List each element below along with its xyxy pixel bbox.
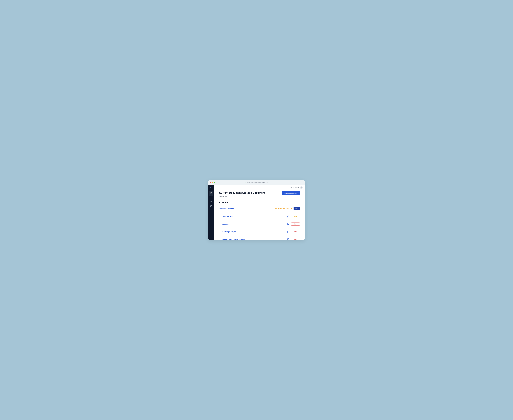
app-body: Forms Team Access [208, 185, 305, 240]
comment-icon[interactable] [287, 231, 290, 233]
team-icon [210, 199, 212, 201]
calendar-icon [210, 205, 212, 207]
sidebar-item-team[interactable]: Team [209, 198, 213, 202]
svg-point-2 [212, 187, 212, 188]
sidebar-item-forms[interactable]: Forms [209, 191, 213, 196]
status-start-button[interactable]: Start [291, 238, 300, 240]
svg-point-4 [211, 199, 211, 200]
content: Current Document Storage Document Downlo… [214, 190, 305, 240]
minimize-window-button[interactable] [212, 182, 213, 183]
download-ds-button[interactable]: Download DS Document [282, 191, 300, 195]
svg-point-3 [212, 188, 212, 188]
sidebar-item-label: Forms [210, 195, 212, 195]
svg-point-5 [211, 199, 212, 199]
traffic-lights [210, 182, 215, 183]
dashboard-link[interactable]: User Dashboard [289, 187, 299, 188]
form-row-right: Start [287, 230, 300, 233]
lock-icon [245, 182, 246, 183]
status-start-button[interactable]: Start [291, 223, 300, 225]
status-edited-button[interactable]: Edited [291, 215, 300, 218]
sidebar-item-access[interactable]: Access [209, 204, 213, 209]
page-title: Current Document Storage Document [219, 191, 265, 194]
svg-point-7 [301, 187, 302, 188]
form-title-link[interactable]: Incoming Receipts [222, 231, 236, 232]
version-label: Version No: 1 [219, 195, 300, 197]
titlebar: Verfahrensdokumentation und IKS [208, 180, 305, 185]
close-window-button[interactable] [210, 182, 211, 183]
document-icon [210, 192, 212, 194]
forms-list: Company DataEditedTax DataStartIncoming … [219, 213, 300, 240]
window-title-group: Verfahrensdokumentation und IKS [245, 182, 268, 183]
form-row-right: Start [287, 238, 300, 240]
form-title-link[interactable]: Tax Data [222, 223, 228, 225]
scroll-to-top-button[interactable] [300, 236, 303, 238]
main-area: User Dashboard Current Document Storage … [214, 185, 305, 240]
svg-rect-6 [211, 205, 212, 207]
page-header: Current Document Storage Document Downlo… [219, 191, 300, 195]
app-window: Verfahrensdokumentation und IKS Forms [208, 180, 305, 240]
form-row: Company DataEdited [222, 213, 300, 220]
form-title-link[interactable]: Outgoing and Internal Receipts [222, 238, 245, 240]
svg-rect-0 [245, 182, 246, 183]
form-row-right: Edited [287, 215, 300, 218]
topbar: User Dashboard [214, 185, 305, 190]
all-forms-heading: All Forms [219, 201, 300, 203]
avatar[interactable] [300, 186, 303, 189]
comment-icon[interactable] [287, 215, 290, 218]
form-group-header: Document Storage Some parts are not done… [219, 207, 300, 210]
status-start-button[interactable]: Start [291, 230, 300, 233]
svg-point-1 [210, 188, 211, 188]
lock-button[interactable]: Lock [293, 207, 300, 210]
form-row-right: Start [287, 223, 300, 225]
comment-icon[interactable] [287, 223, 290, 225]
group-header-right: Some parts are not done Lock [275, 207, 300, 210]
form-title-link[interactable]: Company Data [222, 216, 233, 218]
sidebar: Forms Team Access [208, 185, 214, 240]
sidebar-item-label: Access [210, 207, 213, 208]
form-row: Outgoing and Internal ReceiptsStart [222, 235, 300, 240]
group-title-link[interactable]: Document Storage [219, 208, 234, 209]
sidebar-item-label: Team [210, 201, 212, 202]
window-title: Verfahrensdokumentation und IKS [247, 182, 268, 183]
maximize-window-button[interactable] [214, 182, 215, 183]
form-row: Incoming ReceiptsStart [222, 228, 300, 235]
app-logo [210, 187, 212, 189]
group-warning-text: Some parts are not done [275, 208, 292, 209]
comment-icon[interactable] [287, 238, 290, 240]
form-row: Tax DataStart [222, 220, 300, 228]
